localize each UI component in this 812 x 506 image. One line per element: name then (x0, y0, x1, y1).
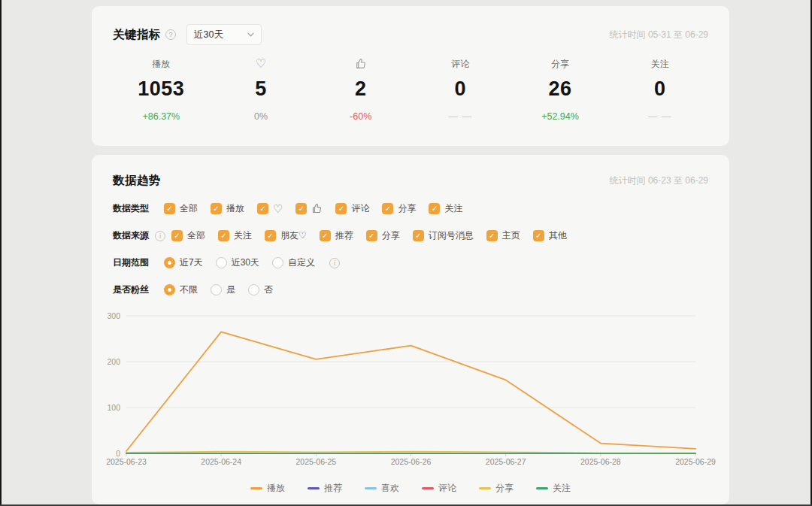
radio-unselected-icon (272, 257, 283, 268)
checkbox-type-all[interactable]: ✓全部 (164, 202, 198, 215)
legend-dash-icon (536, 487, 548, 489)
metric-plays-value: 1053 (111, 77, 211, 101)
metrics-row: 播放 1053 +86.37% ♡ 5 0% 2 -60% 评论 0 — — 分… (92, 45, 729, 122)
checkbox-source-other[interactable]: ✓其他 (533, 229, 567, 242)
x-axis-tick-label: 2025-06-26 (391, 457, 432, 466)
legend-label: 喜欢 (381, 482, 399, 495)
checkbox-checked-icon: ✓ (429, 203, 440, 214)
checkbox-checked-icon: ✓ (218, 230, 229, 241)
metric-comments-value: 0 (411, 77, 511, 101)
thumbs-up-icon (355, 58, 367, 70)
radio-fans-yes[interactable]: 是 (211, 283, 235, 296)
radio-fans-no[interactable]: 否 (248, 283, 273, 296)
checkbox-type-comments[interactable]: ✓评论 (335, 202, 369, 215)
info-icon[interactable]: i (155, 231, 165, 241)
checkbox-type-likes[interactable]: ✓♡ (257, 203, 283, 214)
heart-icon: ♡ (273, 203, 283, 214)
trend-header: 数据趋势 统计时间 06-23 至 06-29 (92, 155, 729, 189)
legend-item[interactable]: 关注 (536, 482, 571, 495)
info-icon[interactable]: i (329, 258, 340, 268)
metric-follows-value: 0 (610, 77, 710, 101)
series-line-播放 (126, 332, 695, 451)
metric-thumbs-value: 2 (311, 77, 411, 101)
radio-unselected-icon (211, 284, 222, 295)
radio-selected-icon (164, 257, 175, 268)
x-axis-tick-label: 2025-06-29 (675, 457, 716, 466)
radio-last-7-days[interactable]: 近7天 (164, 256, 203, 269)
checkbox-checked-icon: ✓ (320, 230, 331, 241)
radio-selected-icon (164, 284, 175, 295)
checkbox-checked-icon: ✓ (295, 203, 307, 214)
filter-row-fans: 是否粉丝 不限 是 否 (92, 283, 729, 297)
checkbox-source-recommend[interactable]: ✓推荐 (320, 229, 353, 242)
radio-last-30-days[interactable]: 近30天 (216, 256, 259, 269)
legend-item[interactable]: 播放 (250, 482, 285, 495)
checkbox-checked-icon: ✓ (211, 203, 222, 214)
key-metrics-title: 关键指标 (113, 27, 161, 43)
metric-comments-label: 评论 (411, 57, 511, 71)
metric-shares-delta: +52.94% (511, 111, 611, 122)
checkbox-type-plays[interactable]: ✓播放 (211, 202, 244, 215)
filter-row-data-source: 数据来源 i ✓全部 ✓关注 ✓朋友♡ ✓推荐 ✓分享 ✓订阅号消息 ✓主页 ✓… (92, 229, 729, 243)
legend-label: 评论 (438, 482, 456, 495)
y-axis-tick-label: 300 (107, 311, 120, 320)
metric-follows-label: 关注 (610, 57, 710, 71)
checkbox-source-subscription[interactable]: ✓订阅号消息 (413, 229, 474, 242)
metric-shares-label: 分享 (511, 57, 611, 71)
checkbox-checked-icon: ✓ (257, 203, 268, 214)
data-trend-card: 数据趋势 统计时间 06-23 至 06-29 数据类型 ✓全部 ✓播放 ✓♡ … (92, 155, 729, 504)
chevron-down-icon (247, 32, 254, 37)
checkbox-source-homepage[interactable]: ✓主页 (486, 229, 520, 242)
metric-plays-label: 播放 (111, 57, 211, 71)
x-axis-tick-label: 2025-06-28 (580, 457, 621, 466)
legend-dash-icon (479, 487, 491, 489)
metric-likes: ♡ 5 0% (211, 57, 311, 122)
legend-dash-icon (308, 487, 320, 489)
metric-likes-value: 5 (211, 77, 311, 101)
date-range-dropdown[interactable]: 近30天 (186, 24, 262, 45)
checkbox-type-thumbs[interactable]: ✓ (295, 203, 323, 214)
metric-thumbs: 2 -60% (311, 57, 411, 122)
checkbox-checked-icon: ✓ (171, 230, 183, 241)
filter-row-data-type: 数据类型 ✓全部 ✓播放 ✓♡ ✓ ✓评论 ✓分享 ✓关注 (92, 201, 729, 216)
help-icon[interactable]: ? (165, 29, 176, 40)
legend-dash-icon (250, 487, 262, 489)
filter-label-fans: 是否粉丝 (113, 283, 158, 296)
checkbox-checked-icon: ✓ (164, 203, 175, 214)
metric-plays: 播放 1053 +86.37% (111, 57, 211, 122)
filter-label-data-source: 数据来源 (113, 229, 149, 242)
legend-item[interactable]: 分享 (479, 482, 514, 495)
y-axis-tick-label: 200 (107, 357, 120, 366)
radio-fans-unlimited[interactable]: 不限 (164, 283, 198, 296)
checkbox-source-share[interactable]: ✓分享 (366, 229, 400, 242)
metric-thumbs-delta: -60% (311, 111, 411, 122)
filter-row-date-range: 日期范围 近7天 近30天 自定义 i (92, 256, 729, 270)
radio-unselected-icon (248, 284, 259, 295)
chart-legend: 播放推荐喜欢评论分享关注 (92, 482, 729, 495)
key-metrics-header: 关键指标 ? 近30天 统计时间 05-31 至 06-29 (92, 6, 729, 45)
y-axis-tick-label: 100 (107, 403, 120, 412)
checkbox-source-friends[interactable]: ✓朋友♡ (265, 229, 307, 242)
checkbox-source-follow[interactable]: ✓关注 (218, 229, 252, 242)
legend-item[interactable]: 评论 (422, 482, 456, 495)
metric-follows: 关注 0 — — (610, 57, 710, 122)
filter-label-data-type: 数据类型 (113, 202, 158, 215)
checkbox-type-follows[interactable]: ✓关注 (429, 202, 462, 215)
x-axis-tick-label: 2025-06-23 (106, 457, 147, 466)
trend-stat-time-range: 统计时间 06-23 至 06-29 (610, 174, 708, 187)
radio-custom-range[interactable]: 自定义 (272, 256, 315, 269)
trend-line-chart[interactable]: 01002003002025-06-232025-06-242025-06-25… (110, 302, 726, 468)
trend-title: 数据趋势 (113, 173, 161, 189)
metric-comments-delta: — — (411, 111, 511, 122)
legend-dash-icon (422, 487, 434, 489)
legend-item[interactable]: 喜欢 (365, 482, 399, 495)
legend-item[interactable]: 推荐 (308, 482, 342, 495)
checkbox-source-all[interactable]: ✓全部 (171, 229, 205, 242)
legend-label: 分享 (495, 482, 514, 495)
heart-icon: ♡ (256, 58, 266, 70)
checkbox-checked-icon: ✓ (533, 230, 544, 241)
checkbox-checked-icon: ✓ (265, 230, 276, 241)
checkbox-checked-icon: ✓ (382, 203, 393, 214)
checkbox-type-shares[interactable]: ✓分享 (382, 202, 416, 215)
date-range-dropdown-value: 近30天 (194, 29, 223, 41)
